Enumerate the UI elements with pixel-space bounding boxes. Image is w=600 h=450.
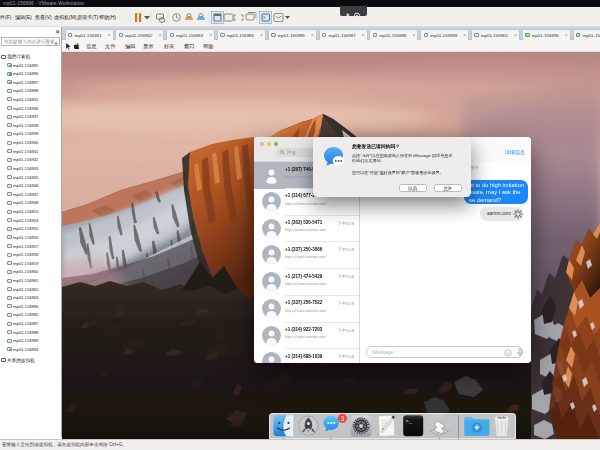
svg-text:3: 3	[340, 414, 344, 421]
svg-text:>_: >_	[405, 417, 413, 424]
